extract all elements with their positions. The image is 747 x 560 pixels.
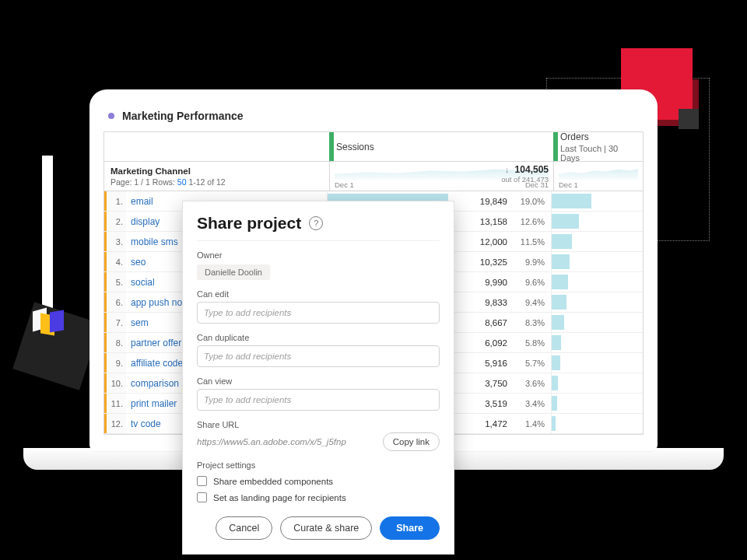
sessions-total: ↓ 104,505 out of 241,473 — [501, 164, 549, 184]
row-sessions-pct: 12.6% — [514, 217, 545, 226]
row-orders-cell — [552, 232, 643, 251]
row-sessions-pct: 5.7% — [514, 359, 545, 368]
row-sessions-value: 1,472 — [485, 419, 507, 429]
row-index: 4. — [104, 252, 126, 271]
grid-pager: Page: 1 / 1 Rows: 50 1-12 of 12 — [110, 177, 323, 187]
rows-per-page-dropdown[interactable]: 50 — [177, 177, 187, 187]
row-sessions-value: 9,990 — [485, 278, 507, 287]
row-sessions-pct: 8.3% — [514, 318, 545, 327]
row-orders-cell — [552, 212, 643, 231]
row-sessions-value: 3,519 — [485, 399, 507, 408]
row-orders-cell — [552, 373, 643, 393]
sessions-column-header[interactable]: Sessions — [336, 142, 374, 152]
row-orders-cell — [552, 252, 643, 271]
row-sessions-value: 9,833 — [485, 298, 507, 307]
grid-sub-header: Marketing Channel Page: 1 / 1 Rows: 50 1… — [104, 162, 643, 191]
row-orders-cell — [552, 272, 643, 292]
row-index: 1. — [104, 191, 126, 211]
row-sessions-pct: 9.4% — [514, 298, 545, 307]
landing-page-checkbox[interactable] — [197, 492, 207, 502]
owner-chip: Danielle Doolin — [197, 264, 270, 280]
row-index: 12. — [104, 414, 126, 433]
panel-header: Marketing Performance — [103, 103, 644, 131]
modal-title: Share project — [197, 214, 301, 233]
panel-title: Marketing Performance — [122, 110, 244, 122]
project-settings-label: Project settings — [197, 460, 440, 470]
row-sessions-pct: 3.4% — [514, 399, 545, 408]
row-orders-cell — [552, 394, 643, 413]
row-orders-cell — [552, 353, 643, 373]
help-icon[interactable]: ? — [309, 216, 323, 230]
orders-sparkline — [559, 165, 638, 180]
metric-color-tab — [553, 132, 558, 161]
grid-metric-header: Sessions Orders Last Touch | 30 Days — [104, 132, 643, 162]
share-embedded-checkbox[interactable] — [197, 476, 207, 486]
row-sessions-value: 3,750 — [485, 379, 507, 388]
orders-attribution-sub: Last Touch | 30 Days — [560, 144, 637, 163]
row-sessions-pct: 19.0% — [514, 197, 545, 206]
can-edit-input[interactable] — [197, 302, 440, 324]
row-sessions-value: 8,667 — [485, 318, 507, 327]
row-index: 11. — [104, 394, 126, 413]
copy-link-button[interactable]: Copy link — [383, 432, 440, 451]
row-index: 6. — [104, 292, 126, 312]
row-sessions-value: 5,916 — [485, 359, 507, 368]
row-sessions-pct: 1.4% — [514, 419, 545, 429]
metric-color-tab — [329, 132, 334, 161]
row-index: 5. — [104, 272, 126, 292]
accent-color-cluster — [33, 310, 65, 342]
share-project-modal: Share project ? Owner Danielle Doolin Ca… — [182, 201, 454, 555]
arrow-down-icon: ↓ — [505, 165, 510, 174]
can-view-label: Can view — [197, 376, 440, 386]
date-start-label: Dec 1 — [559, 180, 578, 189]
row-index: 3. — [104, 232, 126, 251]
share-embedded-label: Share embedded components — [213, 477, 333, 486]
share-url-label: Share URL — [197, 420, 440, 429]
can-view-input[interactable] — [197, 389, 440, 411]
row-index: 9. — [104, 353, 126, 373]
can-duplicate-input[interactable] — [197, 345, 440, 367]
row-sessions-pct: 5.8% — [514, 338, 545, 348]
cancel-button[interactable]: Cancel — [216, 516, 272, 540]
row-orders-cell — [552, 292, 643, 312]
row-sessions-pct: 9.6% — [514, 278, 545, 287]
panel-indicator-icon — [108, 113, 114, 119]
row-sessions-value: 12,000 — [480, 237, 507, 247]
orders-column-header[interactable]: Orders — [560, 131, 637, 142]
row-sessions-value: 6,092 — [485, 338, 507, 348]
accent-dark-square — [679, 109, 699, 129]
share-url-field[interactable] — [197, 432, 377, 451]
row-sessions-value: 13,158 — [480, 217, 507, 226]
can-duplicate-label: Can duplicate — [197, 333, 440, 342]
can-edit-label: Can edit — [197, 289, 440, 299]
row-sessions-value: 19,849 — [480, 197, 507, 206]
owner-label: Owner — [197, 250, 440, 260]
row-index: 10. — [104, 373, 126, 393]
row-index: 8. — [104, 333, 126, 352]
row-orders-cell — [552, 414, 643, 433]
dimension-header[interactable]: Marketing Channel — [110, 166, 323, 176]
row-orders-cell — [552, 333, 643, 352]
row-sessions-pct: 3.6% — [514, 379, 545, 388]
landing-page-label: Set as landing page for recipients — [213, 493, 346, 502]
date-start-label: Dec 1 — [335, 180, 354, 189]
row-orders-cell — [552, 313, 643, 332]
row-index: 2. — [104, 212, 126, 231]
row-orders-cell — [552, 191, 643, 211]
row-sessions-pct: 9.9% — [514, 257, 545, 267]
share-button[interactable]: Share — [380, 516, 440, 540]
row-sessions-value: 10,325 — [480, 257, 507, 267]
curate-share-button[interactable]: Curate & share — [280, 516, 372, 540]
row-sessions-pct: 11.5% — [514, 237, 545, 247]
row-index: 7. — [104, 313, 126, 332]
